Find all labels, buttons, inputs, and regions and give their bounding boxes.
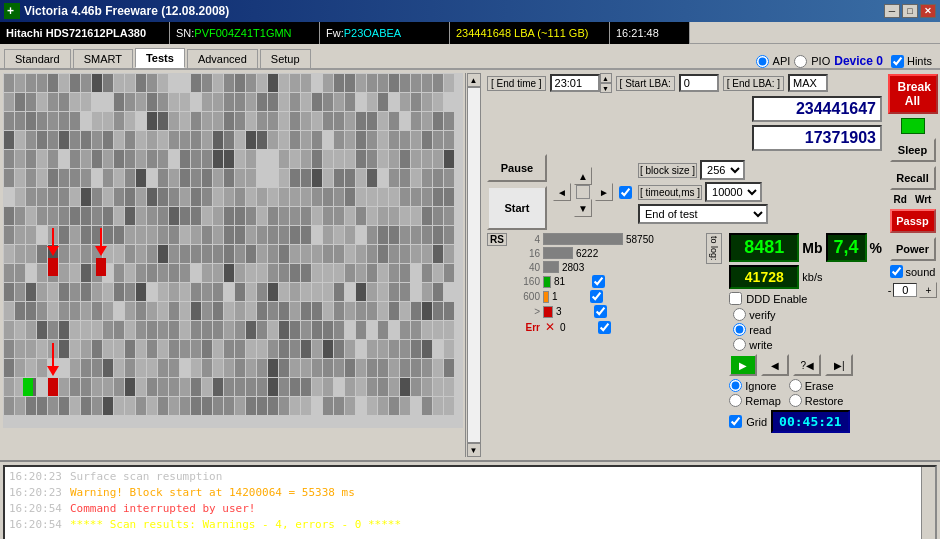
hints-checkbox[interactable] [891,55,904,68]
tab-standard[interactable]: Standard [4,49,71,68]
end-button[interactable]: ▶| [825,354,853,376]
ignore-label: Ignore [745,380,776,392]
block-row-gt: > 3 [510,305,703,318]
grid-timer: 00:45:21 [771,410,850,433]
block-bar-16 [543,247,573,259]
log-entry-3: 16:20:54 Command interrupted by user! [9,501,917,517]
pio-radio[interactable] [794,55,807,68]
kbs-display-row: 41728 kb/s [729,265,882,289]
svg-text:+: + [7,4,14,18]
lba-counter-2: 17371903 [752,125,882,151]
title-bar: + Victoria 4.46b Freeware (12.08.2008) ─… [0,0,940,22]
block-size-label: [ block size ] [638,163,697,178]
start-button[interactable]: Start [487,186,547,230]
log-scrollbar[interactable] [921,467,935,539]
block-row-600ms: 600 1 [510,290,703,303]
verify-label: verify [749,309,775,321]
tab-tests[interactable]: Tests [135,48,185,68]
sleep-button[interactable]: Sleep [890,138,936,162]
lba-counter-1: 234441647 [752,96,882,122]
block-row-err: Err ✕ 0 [510,320,703,334]
end-time-input[interactable] [550,74,600,92]
nav-checkbox[interactable] [619,186,632,199]
question-back-button[interactable]: ?◀ [793,354,821,376]
block-size-row: [ block size ] 256 [638,160,768,180]
minimize-button[interactable]: ─ [884,4,900,18]
play-button[interactable]: ▶ [729,354,757,376]
time-lba-row: [ End time ] ▲ ▼ [ Start LBA: [ End LBA:… [487,73,882,93]
log-err-checkbox[interactable] [598,321,611,334]
tab-right-controls: API PIO Device 0 Hints [748,54,940,68]
lba-counter2-row: 17371903 [487,125,882,151]
write-label: write [749,339,772,351]
block-bar-40 [543,261,559,273]
nav-right-button[interactable]: ► [595,183,613,201]
timeout-row: [ timeout,ms ] 10000 [638,182,768,202]
read-row: read [733,323,882,336]
write-radio[interactable] [733,338,746,351]
pause-button[interactable]: Pause [487,154,547,182]
tab-bar: Standard SMART Tests Advanced Setup API … [0,44,940,70]
start-lba-label: [ Start LBA: [616,76,675,91]
nav-center [576,185,590,199]
recall-button[interactable]: Recall [890,166,936,190]
right-side-panel: Break All Sleep Recall Rd Wrt Passp Powe… [885,70,940,460]
end-time-up[interactable]: ▲ [600,73,612,83]
nav-down-button[interactable]: ▼ [574,199,592,217]
log-600-checkbox[interactable] [590,290,603,303]
scroll-track[interactable] [467,87,481,443]
tab-advanced[interactable]: Advanced [187,49,258,68]
log-160-checkbox[interactable] [592,275,605,288]
verify-radio[interactable] [733,308,746,321]
tab-smart[interactable]: SMART [73,49,133,68]
speed-mb-display: 8481 [729,233,799,262]
remap-radio[interactable] [729,394,742,407]
erase-label: Erase [805,380,834,392]
stats-row: RS 4 58750 16 6222 40 2803 [487,233,882,433]
tab-setup[interactable]: Setup [260,49,311,68]
device-label: Device 0 [834,54,883,68]
passp-button[interactable]: Passp [890,209,936,233]
read-label: read [749,324,771,336]
api-label: API [773,55,791,67]
scroll-up-button[interactable]: ▲ [467,73,481,87]
read-radio[interactable] [733,323,746,336]
remap-row: Remap [729,394,780,407]
speed-display-row: 8481 Mb 7,4 % [729,233,882,262]
break-all-button[interactable]: Break All [888,74,938,114]
maximize-button[interactable]: □ [902,4,918,18]
minus-label: - [888,284,892,296]
block-bar-4 [543,233,623,245]
log-toggle-label[interactable]: to log: [706,233,722,264]
error-col-1: Ignore Remap [729,379,780,407]
volume-up-button[interactable]: + [919,282,937,298]
timeout-select[interactable]: 10000 [705,182,762,202]
start-lba-input[interactable] [679,74,719,92]
power-button[interactable]: Power [890,237,936,261]
pause-start-group: Pause Start [487,154,547,230]
drive-name: Hitachi HDS721612PLA380 [0,22,170,44]
api-radio[interactable] [756,55,769,68]
hints-label: Hints [907,55,932,67]
status-indicator [901,118,925,134]
end-time-down[interactable]: ▼ [600,83,612,93]
block-size-select[interactable]: 256 [700,160,745,180]
grid-checkbox[interactable] [729,415,742,428]
ddd-checkbox[interactable] [729,292,742,305]
mode-select[interactable]: End of test [638,204,768,224]
scroll-down-button[interactable]: ▼ [467,443,481,457]
nav-up-button[interactable]: ▲ [574,167,592,185]
main-content: ▲ ▼ [ End time ] ▲ ▼ [ Start LBA: [ End … [0,70,940,460]
block-row-4ms: 4 58750 [510,233,703,245]
erase-radio[interactable] [789,379,802,392]
err-icon: ✕ [545,320,555,334]
back-button[interactable]: ◀ [761,354,789,376]
wrt-label: Wrt [915,194,931,205]
log-gt-checkbox[interactable] [594,305,607,318]
ignore-radio[interactable] [729,379,742,392]
restore-radio[interactable] [789,394,802,407]
nav-left-button[interactable]: ◄ [553,183,571,201]
sound-checkbox[interactable] [890,265,903,278]
end-lba-input[interactable] [788,74,828,92]
close-button[interactable]: ✕ [920,4,936,18]
